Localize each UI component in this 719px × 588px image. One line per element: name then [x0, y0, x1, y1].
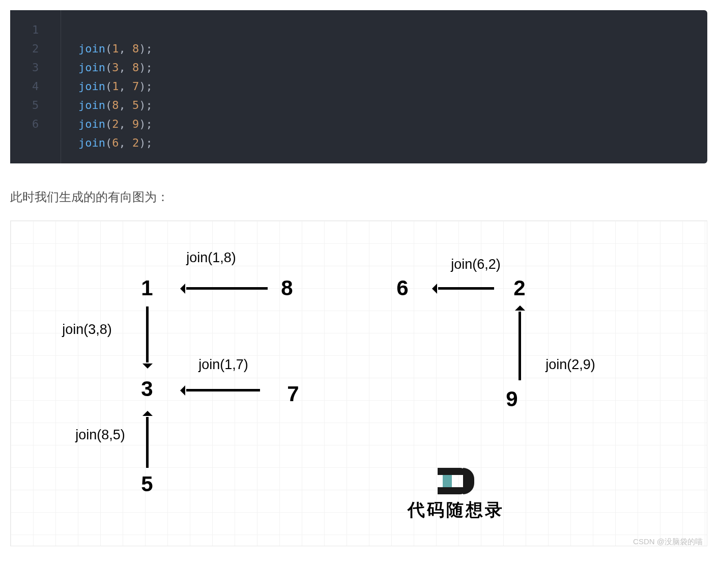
arg: 8 — [112, 99, 119, 111]
arrow-2-to-6 — [438, 287, 494, 290]
node-1: 1 — [141, 276, 153, 300]
logo: 代码随想录 — [408, 468, 504, 522]
node-9: 9 — [506, 387, 517, 411]
edge-label-join-1-8: join(1,8) — [186, 250, 236, 266]
logo-icon — [438, 468, 474, 494]
arrow-9-to-2 — [519, 312, 521, 380]
node-3: 3 — [141, 377, 153, 401]
fn-name: join — [78, 42, 105, 55]
node-5: 5 — [141, 472, 153, 496]
arrow-7-to-3 — [186, 389, 260, 391]
arrow-1-to-3 — [146, 306, 149, 362]
arg: 8 — [132, 42, 139, 55]
fn-name: join — [78, 61, 105, 74]
graph-diagram: 1 8 6 2 3 7 9 5 join(1,8) join(6,2) join… — [10, 220, 707, 546]
fn-name: join — [78, 136, 105, 149]
fn-name: join — [78, 99, 105, 111]
edge-label-join-3-8: join(3,8) — [62, 322, 112, 338]
arg: 8 — [132, 61, 139, 74]
explanation-text: 此时我们生成的的有向图为： — [10, 189, 709, 205]
fn-name: join — [78, 80, 105, 93]
line-number: 6 — [10, 115, 61, 133]
line-number: 1 — [10, 20, 61, 39]
edge-label-join-8-5: join(8,5) — [75, 427, 125, 443]
node-8: 8 — [281, 276, 293, 300]
arg: 1 — [112, 42, 119, 55]
line-number: 4 — [10, 77, 61, 96]
arg: 3 — [112, 61, 119, 74]
edge-label-join-2-9: join(2,9) — [545, 357, 595, 373]
code-gutter: 1 2 3 4 5 6 — [10, 10, 61, 163]
line-number: 2 — [10, 39, 61, 58]
arg: 7 — [132, 80, 139, 93]
arg: 1 — [112, 80, 119, 93]
edge-label-join-1-7: join(1,7) — [198, 357, 248, 373]
edge-label-join-6-2: join(6,2) — [451, 257, 501, 272]
node-7: 7 — [287, 382, 299, 406]
arg: 9 — [132, 118, 139, 130]
arg: 2 — [132, 136, 139, 149]
fn-name: join — [78, 118, 105, 130]
arg: 2 — [112, 118, 119, 130]
line-number: 5 — [10, 96, 61, 115]
logo-text: 代码随想录 — [408, 498, 504, 522]
arg: 5 — [132, 99, 139, 111]
arrow-5-to-3 — [146, 417, 149, 468]
line-number: 3 — [10, 58, 61, 77]
node-6: 6 — [396, 276, 408, 300]
arrow-8-to-1 — [186, 287, 268, 290]
code-content: join(1, 8); join(3, 8); join(1, 7); join… — [61, 10, 153, 163]
code-block: 1 2 3 4 5 6 join(1, 8); join(3, 8); join… — [10, 10, 707, 163]
arg: 6 — [112, 136, 119, 149]
node-2: 2 — [513, 276, 525, 300]
watermark: CSDN @没脑袋的喵 — [633, 537, 703, 547]
